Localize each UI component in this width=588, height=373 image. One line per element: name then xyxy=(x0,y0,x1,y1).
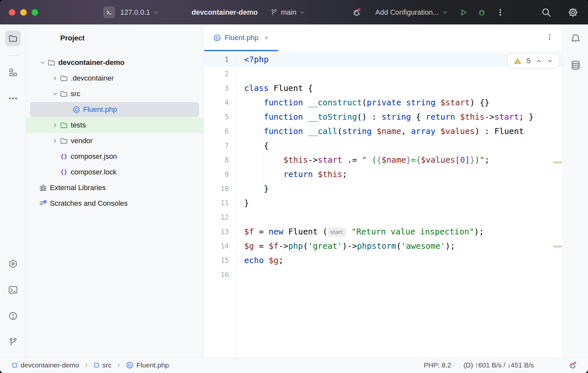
database-tool-button[interactable] xyxy=(570,60,581,72)
line-number-10[interactable]: 10 xyxy=(204,182,229,196)
line-number-7[interactable]: 7 xyxy=(204,139,229,153)
notifications-button[interactable] xyxy=(570,33,581,45)
tree-item-composer-json[interactable]: {}composer.json xyxy=(26,149,204,164)
code-token: php xyxy=(288,241,303,251)
tree-item-src[interactable]: src xyxy=(26,86,204,102)
tree-item--devcontainer[interactable]: .devcontainer xyxy=(26,70,204,86)
svg-text:C: C xyxy=(215,36,218,40)
code-token: [ xyxy=(455,155,460,165)
code-token: "Return value inspection" xyxy=(351,227,474,236)
line-number-11[interactable]: 11 xyxy=(204,196,229,210)
terminal-tool-button[interactable] xyxy=(8,285,18,296)
tab-options-kebab-icon[interactable] xyxy=(546,33,553,42)
chevron-right-icon[interactable] xyxy=(51,137,59,144)
warning-stripe-mark[interactable] xyxy=(553,246,562,247)
tree-item-scratches-and-consoles[interactable]: Scratches and Consoles xyxy=(26,196,204,211)
php-version-widget[interactable]: PHP: 8.2 xyxy=(424,361,451,369)
version-control-tool-button[interactable] xyxy=(8,337,18,348)
code-line-5[interactable]: function __toString() : string { return … xyxy=(204,110,563,124)
line-number-3[interactable]: 3 xyxy=(204,81,229,96)
project-panel-title: Project xyxy=(60,34,85,42)
warning-stripe-mark[interactable] xyxy=(553,161,562,163)
devcontainer-terminal-icon[interactable] xyxy=(103,7,115,18)
code-token: } xyxy=(470,155,475,165)
code-token: ); xyxy=(474,227,484,236)
minimize-window-button[interactable] xyxy=(20,9,27,16)
remote-host-selector[interactable]: 127.0.0.1 xyxy=(120,8,159,17)
code-line-3[interactable]: class Fluent { xyxy=(204,81,563,96)
code-editor[interactable]: <?phpclass Fluent { function __construct… xyxy=(204,51,563,357)
code-line-13[interactable]: $f = new Fluent (start: "Return value in… xyxy=(204,225,563,239)
chevron-right-icon[interactable] xyxy=(51,122,59,129)
chevron-right-icon[interactable] xyxy=(51,75,59,82)
code-line-11[interactable]: } xyxy=(204,196,563,210)
close-tab-icon[interactable] xyxy=(263,35,269,41)
code-line-12[interactable] xyxy=(204,210,563,225)
line-number-8[interactable]: 8 xyxy=(204,153,229,167)
line-number-1[interactable]: 1 xyxy=(204,52,229,67)
line-number-15[interactable]: 15 xyxy=(204,253,229,268)
run-configuration-selector[interactable]: Add Configuration... xyxy=(375,8,448,17)
line-number-9[interactable]: 9 xyxy=(204,167,229,182)
line-number-5[interactable]: 5 xyxy=(204,110,229,124)
line-number-12[interactable]: 12 xyxy=(204,210,229,225)
line-number-6[interactable]: 6 xyxy=(204,124,229,139)
line-number-13[interactable]: 13 xyxy=(204,225,229,239)
tab-fluent-php[interactable]: C Fluent.php xyxy=(204,24,278,51)
code-line-8[interactable]: $this->start .= " ({$name}={$values[0]})… xyxy=(204,153,563,167)
tree-item-fluent-php[interactable]: CFluent.php xyxy=(26,102,204,117)
line-number-2[interactable]: 2 xyxy=(204,67,229,81)
tree-item-tests[interactable]: tests xyxy=(26,117,204,133)
code-line-4[interactable]: function __construct(private string $sta… xyxy=(204,96,563,110)
code-lines[interactable]: <?phpclass Fluent { function __construct… xyxy=(204,52,563,282)
close-window-button[interactable] xyxy=(9,9,15,16)
code-line-14[interactable]: $g = $f->php('great')->phpstorm('awesome… xyxy=(204,239,563,253)
git-branch-icon xyxy=(8,337,18,347)
code-token: -> xyxy=(278,241,288,251)
debugger-disconnected-icon[interactable] xyxy=(568,361,578,370)
editor-gutter[interactable]: 12345678910111213141516 xyxy=(204,52,229,282)
problems-tool-button[interactable] xyxy=(8,311,18,322)
more-actions-kebab-icon[interactable] xyxy=(496,8,505,17)
more-tool-windows-button[interactable] xyxy=(8,94,18,105)
code-line-15[interactable]: echo $g; xyxy=(204,253,563,268)
tree-item-external-libraries[interactable]: External Libraries xyxy=(26,180,204,196)
chevron-down-icon xyxy=(442,9,448,15)
line-number-16[interactable]: 16 xyxy=(204,268,229,282)
code-token: 'awesome' xyxy=(401,241,445,251)
services-tool-button[interactable] xyxy=(8,259,18,270)
project-tool-button[interactable] xyxy=(5,31,21,46)
breadcrumb-fluent-php[interactable]: CFluent.php xyxy=(126,361,169,369)
tree-item-vendor[interactable]: vendor xyxy=(26,133,204,149)
network-transfer-widget[interactable]: (D) ↑601 B/s / ↓451 B/s xyxy=(463,361,534,369)
chevron-down-icon[interactable] xyxy=(51,90,59,97)
breadcrumb-devcontainer-demo[interactable]: devcontainer-demo xyxy=(12,361,79,369)
run-configuration-label: Add Configuration... xyxy=(375,8,439,17)
breadcrumb-src[interactable]: src xyxy=(94,361,111,369)
tree-item-composer-lock[interactable]: {}composer.lock xyxy=(26,164,204,180)
git-branch-widget[interactable]: main xyxy=(270,8,305,17)
settings-gear-icon[interactable] xyxy=(568,7,578,18)
code-token: start xyxy=(318,155,342,165)
chevron-down-icon[interactable] xyxy=(39,59,46,66)
code-line-6[interactable]: function __call(string $name, array $val… xyxy=(204,124,563,139)
code-line-7[interactable]: { xyxy=(204,139,563,153)
previous-issue-button[interactable] xyxy=(536,58,542,64)
code-line-10[interactable]: } xyxy=(204,182,563,196)
code-line-9[interactable]: return $this; xyxy=(204,167,563,182)
run-button[interactable] xyxy=(459,8,468,17)
tree-item-devcontainer-demo[interactable]: devcontainer-demo xyxy=(26,55,204,70)
search-everywhere-icon[interactable] xyxy=(541,7,551,18)
window-title: devcontainer-demo xyxy=(192,8,258,17)
next-issue-button[interactable] xyxy=(547,58,553,64)
code-line-16[interactable] xyxy=(204,268,563,282)
line-number-4[interactable]: 4 xyxy=(204,96,229,110)
tree-item-label: vendor xyxy=(71,137,93,145)
debugger-disconnected-icon[interactable] xyxy=(352,7,362,17)
zoom-window-button[interactable] xyxy=(32,9,38,16)
code-token: return xyxy=(283,170,313,179)
debug-button[interactable] xyxy=(477,8,486,17)
structure-tool-button[interactable] xyxy=(8,67,18,79)
code-line-2[interactable] xyxy=(204,67,563,81)
line-number-14[interactable]: 14 xyxy=(204,239,229,253)
